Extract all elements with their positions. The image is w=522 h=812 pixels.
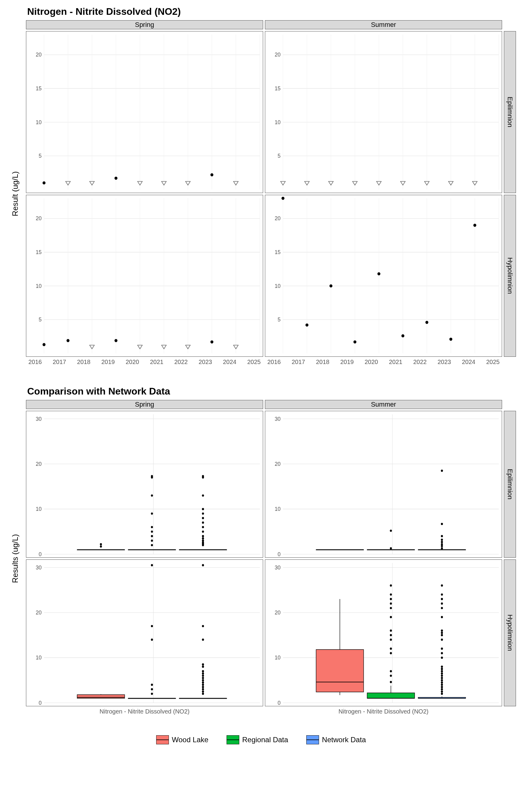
svg-point-131 bbox=[151, 494, 153, 496]
svg-text:10: 10 bbox=[36, 506, 42, 512]
legend-item-network: Network Data bbox=[306, 735, 366, 744]
svg-point-275 bbox=[441, 598, 443, 600]
box-panel-spring-epi: 0102030 bbox=[26, 411, 263, 557]
svg-point-235 bbox=[390, 681, 392, 683]
svg-point-254 bbox=[441, 688, 443, 690]
svg-point-267 bbox=[441, 648, 443, 650]
svg-point-246 bbox=[390, 598, 392, 600]
svg-point-102 bbox=[354, 341, 357, 343]
svg-point-241 bbox=[390, 634, 392, 636]
svg-point-260 bbox=[441, 674, 443, 677]
scatter-facet-chart: Nitrogen - Nitrite Dissolved (NO2) Resul… bbox=[6, 6, 516, 368]
svg-point-103 bbox=[377, 272, 380, 275]
svg-point-274 bbox=[441, 602, 443, 605]
legend-label-network: Network Data bbox=[322, 735, 366, 744]
svg-point-104 bbox=[401, 334, 404, 338]
legend-item-regional: Regional Data bbox=[226, 735, 288, 744]
svg-point-271 bbox=[441, 630, 443, 632]
svg-point-129 bbox=[151, 526, 153, 528]
svg-point-239 bbox=[390, 648, 392, 650]
row-facet-epi: Epilimnion bbox=[504, 31, 516, 193]
svg-point-172 bbox=[441, 547, 443, 549]
chart2-grid: Results (ug/L) Spring Summer Epilimnion … bbox=[6, 400, 516, 717]
svg-point-151 bbox=[202, 475, 204, 477]
chart1-ylabel: Result (ug/L) bbox=[6, 31, 24, 357]
svg-point-240 bbox=[390, 638, 392, 641]
svg-text:15: 15 bbox=[36, 249, 42, 255]
col-facet-spring2: Spring bbox=[26, 400, 263, 409]
legend: Wood Lake Regional Data Network Data bbox=[6, 735, 516, 744]
boxplot-facet-chart: Comparison with Network Data Results (ug… bbox=[6, 386, 516, 717]
svg-text:5: 5 bbox=[278, 317, 281, 323]
svg-text:15: 15 bbox=[36, 85, 42, 92]
svg-point-195 bbox=[151, 693, 153, 695]
svg-point-216 bbox=[202, 663, 204, 666]
legend-key-blue-icon bbox=[306, 735, 319, 744]
svg-text:30: 30 bbox=[275, 415, 281, 422]
svg-point-259 bbox=[441, 677, 443, 679]
svg-text:0: 0 bbox=[39, 699, 42, 706]
chart2-ylabel: Results (ug/L) bbox=[6, 411, 24, 706]
svg-text:30: 30 bbox=[36, 564, 42, 571]
svg-point-141 bbox=[202, 537, 204, 540]
svg-point-99 bbox=[282, 197, 285, 200]
svg-point-265 bbox=[441, 656, 443, 658]
legend-label-regional: Regional Data bbox=[242, 735, 288, 744]
svg-point-121 bbox=[100, 545, 102, 547]
svg-text:15: 15 bbox=[275, 85, 281, 92]
svg-point-237 bbox=[390, 670, 392, 672]
svg-point-268 bbox=[441, 638, 443, 641]
svg-text:20: 20 bbox=[36, 609, 42, 616]
svg-text:10: 10 bbox=[275, 654, 281, 661]
svg-point-174 bbox=[441, 543, 443, 545]
svg-text:30: 30 bbox=[36, 415, 42, 422]
svg-text:10: 10 bbox=[36, 654, 42, 661]
chart2-x-axis: Nitrogen - Nitrite Dissolved (NO2) Nitro… bbox=[26, 708, 502, 717]
svg-point-242 bbox=[390, 630, 392, 632]
legend-key-red-icon bbox=[156, 735, 169, 744]
x-ticks-right: 2016201720182019202020212022202320242025 bbox=[265, 359, 502, 368]
svg-point-273 bbox=[441, 607, 443, 609]
svg-point-178 bbox=[441, 523, 443, 525]
chart1-title: Nitrogen - Nitrite Dissolved (NO2) bbox=[27, 6, 516, 17]
svg-point-101 bbox=[329, 284, 333, 287]
svg-point-145 bbox=[202, 522, 204, 524]
svg-point-277 bbox=[441, 585, 443, 587]
svg-text:10: 10 bbox=[275, 119, 281, 125]
panel-summer-hypo: 5101520 bbox=[265, 195, 502, 357]
svg-point-257 bbox=[441, 682, 443, 684]
svg-point-269 bbox=[441, 634, 443, 636]
row-facet-hypo2: Hypolimnion bbox=[504, 560, 516, 706]
svg-text:20: 20 bbox=[36, 216, 42, 221]
svg-point-204 bbox=[202, 693, 204, 695]
panel-spring-epi: 5101520 bbox=[26, 31, 263, 193]
svg-point-140 bbox=[202, 540, 204, 542]
svg-text:10: 10 bbox=[36, 119, 42, 125]
svg-point-73 bbox=[66, 339, 69, 342]
svg-text:15: 15 bbox=[275, 249, 281, 255]
svg-point-143 bbox=[202, 530, 204, 532]
x-cat-right: Nitrogen - Nitrite Dissolved (NO2) bbox=[265, 708, 502, 717]
panel-summer-epi: 5101520 bbox=[265, 31, 502, 193]
svg-text:5: 5 bbox=[39, 317, 42, 323]
svg-point-261 bbox=[441, 672, 443, 674]
box-panel-summer-hypo: 0102030 bbox=[265, 560, 502, 706]
svg-point-272 bbox=[441, 616, 443, 618]
svg-text:5: 5 bbox=[39, 153, 42, 159]
svg-point-244 bbox=[390, 607, 392, 609]
svg-point-142 bbox=[202, 535, 204, 537]
svg-point-179 bbox=[441, 470, 443, 472]
svg-text:10: 10 bbox=[275, 283, 281, 289]
svg-point-243 bbox=[390, 616, 392, 618]
svg-point-215 bbox=[202, 666, 204, 668]
svg-rect-233 bbox=[367, 693, 415, 698]
svg-point-245 bbox=[390, 602, 392, 605]
box-panel-spring-hypo: 0102030 bbox=[26, 560, 263, 706]
svg-point-149 bbox=[202, 494, 204, 496]
svg-text:10: 10 bbox=[36, 283, 42, 289]
svg-point-214 bbox=[202, 670, 204, 672]
svg-point-217 bbox=[202, 638, 204, 641]
chart1-grid: Result (ug/L) Spring Summer Epilimnion H… bbox=[6, 20, 516, 368]
svg-point-167 bbox=[390, 547, 392, 549]
svg-point-205 bbox=[202, 690, 204, 692]
